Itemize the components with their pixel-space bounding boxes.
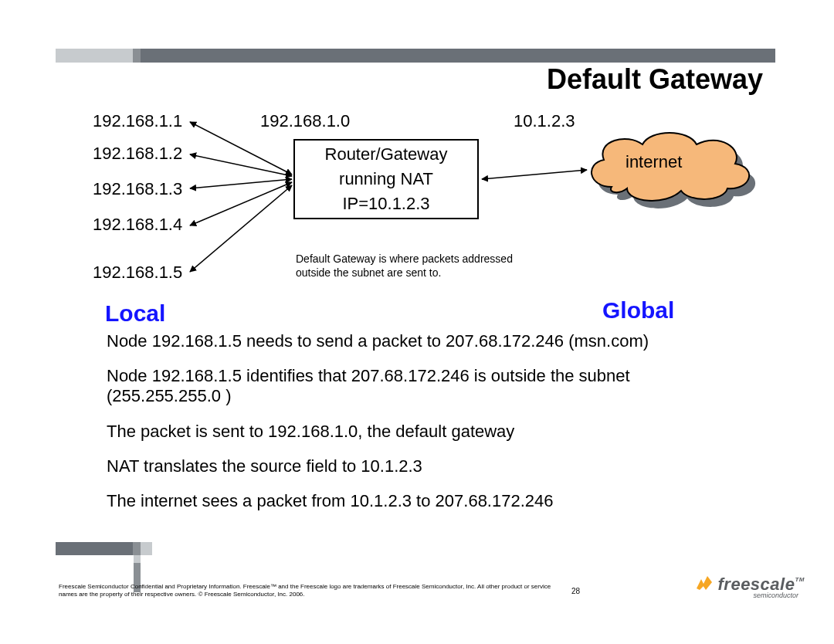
- page-number: 28: [571, 587, 580, 595]
- ip-address: 192.168.1.4: [93, 215, 182, 235]
- slide-title: Default Gateway: [547, 63, 763, 96]
- gateway-wan-ip-label: 10.1.2.3: [514, 111, 575, 131]
- svg-line-5: [482, 170, 587, 179]
- svg-line-3: [190, 182, 292, 225]
- ip-address: 192.168.1.2: [93, 144, 182, 164]
- body-text: NAT translates the source field to 10.1.…: [107, 456, 748, 476]
- decoration-bar: [133, 49, 141, 63]
- svg-line-4: [190, 185, 292, 272]
- decoration-bar: [56, 49, 133, 63]
- decoration-bar: [56, 542, 133, 555]
- body-text: The packet is sent to 192.168.1.0, the d…: [107, 422, 748, 442]
- body-text: Node 192.168.1.5 identifies that 207.68.…: [107, 366, 748, 406]
- decoration-bar: [141, 49, 775, 63]
- body-text: Node 192.168.1.5 needs to send a packet …: [107, 331, 748, 351]
- decoration-bar: [134, 555, 141, 563]
- svg-line-2: [190, 179, 292, 188]
- ip-address: 192.168.1.5: [93, 263, 182, 283]
- router-line: Router/Gateway: [295, 142, 477, 167]
- freescale-logo: freescale TM semiconductor: [695, 575, 805, 599]
- ip-address: 192.168.1.1: [93, 111, 182, 131]
- explanation-text: Default Gateway is where packets address…: [296, 252, 543, 280]
- local-label: Local: [105, 300, 165, 327]
- logo-tm: TM: [795, 576, 805, 583]
- ip-address: 192.168.1.3: [93, 179, 182, 199]
- cloud-label: internet: [626, 152, 682, 172]
- footnote: Freescale Semiconductor Confidential and…: [59, 583, 553, 598]
- freescale-logo-icon: [695, 575, 715, 591]
- router-box: Router/Gateway running NAT IP=10.1.2.3: [293, 139, 479, 219]
- gateway-lan-ip-label: 192.168.1.0: [260, 111, 350, 131]
- svg-line-1: [190, 154, 292, 176]
- body-text: The internet sees a packet from 10.1.2.3…: [107, 491, 748, 511]
- global-label: Global: [602, 297, 674, 324]
- router-line: IP=10.1.2.3: [295, 192, 477, 216]
- decoration-bar: [141, 542, 152, 555]
- decoration-bar: [133, 542, 141, 555]
- router-line: running NAT: [295, 167, 477, 192]
